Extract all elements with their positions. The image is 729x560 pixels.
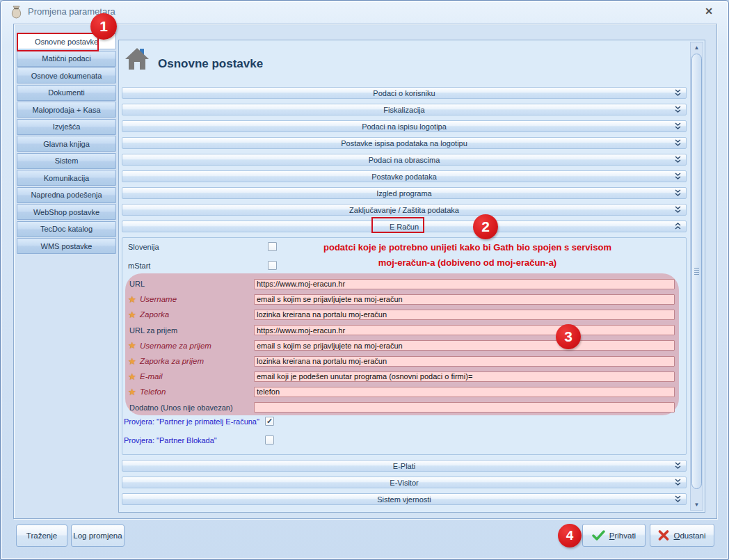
sidebar-tab-wms-postavke[interactable]: WMS postavke [17, 238, 116, 254]
url-input[interactable] [254, 279, 675, 289]
field-label-text: URL [128, 280, 145, 288]
sidebar-tabs: Osnovne postavkeMatični podaciOsnove dok… [17, 33, 116, 255]
field-row-username: ★Username [128, 291, 675, 307]
check-label: Provjera: "Partner Blokada" [124, 436, 217, 445]
field-label-text: E-mail [140, 372, 163, 381]
provjera-checkbox-1[interactable] [265, 435, 274, 445]
annotation-note-line1: podatci koje je potrebno unijeti kako bi… [270, 240, 665, 255]
section-bar-podaci-na-obrascima[interactable]: Podaci na obrascima [122, 154, 687, 166]
section-bar-sistem-vjernosti[interactable]: Sistem vjernosti [122, 493, 687, 505]
sidebar-tab-tecdoc-katalog[interactable]: TecDoc katalog [17, 221, 116, 237]
close-icon[interactable]: ✕ [703, 6, 714, 17]
field-label-telefon: ★Telefon [128, 387, 254, 397]
expand-chevron-icon[interactable] [673, 205, 684, 214]
section-bar-label: E-Plati [393, 462, 415, 470]
expand-chevron-icon[interactable] [673, 155, 684, 164]
field-label-text: Username [140, 295, 177, 303]
expand-chevron-icon[interactable] [673, 88, 684, 97]
zaporka-input[interactable] [254, 310, 675, 320]
field-label-username: ★Username [128, 294, 254, 305]
zaporka-za-prijem-input[interactable] [254, 356, 675, 367]
field-row-zaporka: ★Zaporka [128, 307, 675, 322]
sidebar-tab-komunikacija[interactable]: Komunikacija [17, 170, 116, 186]
check-label: Provjera: "Partner je primatelj E-računa… [124, 417, 259, 426]
section-bar-label: Podaci o korisniku [373, 89, 435, 97]
annotation-step-3: 3 [556, 324, 581, 349]
vertical-scrollbar[interactable]: ▲ ▼ [690, 42, 703, 511]
username-za-prijem-input[interactable] [254, 340, 675, 351]
sidebar-tab-sistem[interactable]: Sistem [17, 153, 116, 169]
field-label-url-za-prijem: URL za prijem [128, 326, 254, 335]
field-row-e-mail: ★E-mail [128, 369, 675, 384]
page-title: Osnovne postavke [158, 57, 263, 71]
field-row-url-za-prijem: URL za prijem [128, 323, 675, 338]
odustani-button[interactable]: Odustani [650, 524, 714, 547]
telefon-input[interactable] [254, 387, 675, 397]
section-bar-postavke-podataka[interactable]: Postavke podataka [122, 170, 687, 182]
collapse-chevron-icon[interactable] [673, 222, 684, 231]
field-row-url: URL [128, 276, 675, 291]
section-bar-podaci-o-korisniku[interactable]: Podaci o korisniku [122, 87, 687, 99]
url-za-prijem-input[interactable] [254, 325, 675, 335]
field-row-username-za-prijem: ★Username za prijem [128, 338, 675, 353]
scrollbar-thumb[interactable] [691, 54, 702, 489]
expand-chevron-icon[interactable] [673, 495, 684, 504]
section-bar-label: Podaci na obrascima [369, 156, 440, 164]
provjera-checkbox-0[interactable]: ✓ [265, 417, 274, 426]
section-bar-izgled-programa[interactable]: Izgled programa [122, 187, 687, 199]
field-label-text: URL za prijem [128, 326, 177, 335]
expand-chevron-icon[interactable] [673, 105, 684, 114]
section-bar-podaci-na-ispisu-logotipa[interactable]: Podaci na ispisu logotipa [122, 120, 687, 132]
trazenje-button[interactable]: Traženje [16, 525, 67, 547]
field-label-dodatno-unos-nije-obavezan: Dodatno (Unos nije obavezan) [128, 403, 254, 412]
username-input[interactable] [254, 294, 675, 305]
eracun-section-body: SlovenijamStart podatci koje je potrebno… [122, 237, 687, 455]
toggle-label: mStart [128, 262, 150, 270]
sidebar-tab-osnove-dokumenata[interactable]: Osnove dokumenata [17, 67, 116, 83]
sidebar-tab-dokumenti[interactable]: Dokumenti [17, 85, 116, 101]
odustani-label: Odustani [673, 531, 705, 540]
expand-chevron-icon[interactable] [673, 122, 684, 131]
eracun-credentials-panel: URL★Username★ZaporkaURL za prijem★Userna… [125, 273, 679, 415]
annotation-note: podatci koje je potrebno unijeti kako bi… [270, 240, 665, 271]
section-bar-e-visitor[interactable]: E-Visitor [122, 477, 687, 488]
sidebar-tab-glavna-knjiga[interactable]: Glavna knjiga [17, 136, 116, 152]
required-star-icon: ★ [128, 294, 140, 305]
prihvati-button[interactable]: Prihvati [582, 524, 646, 547]
sidebar-tab-maloprodaja-kasa[interactable]: Maloprodaja + Kasa [17, 102, 116, 118]
sidebar-tab-mati-ni-podaci[interactable]: Matični podaci [17, 51, 116, 67]
required-star-icon: ★ [128, 371, 140, 382]
section-bar-postavke-ispisa-podataka-na-logotipu[interactable]: Postavke ispisa podataka na logotipu [122, 137, 687, 149]
home-icon [125, 47, 150, 71]
field-label-username-za-prijem: ★Username za prijem [128, 340, 254, 351]
field-row-dodatno-unos-nije-obavezan: Dodatno (Unos nije obavezan) [128, 400, 675, 415]
section-bar-label: Fiskalizacija [383, 106, 424, 114]
field-label-zaporka: ★Zaporka [128, 310, 254, 320]
scrollbar-grip [694, 268, 699, 276]
required-star-icon: ★ [128, 310, 140, 320]
expand-chevron-icon[interactable] [673, 189, 684, 198]
section-bar-fiskalizacija[interactable]: Fiskalizacija [122, 104, 687, 115]
log-promjena-button[interactable]: Log promjena [71, 525, 125, 547]
scroll-down-icon[interactable]: ▼ [691, 499, 703, 510]
annotation-rect-step2 [371, 217, 424, 233]
section-bar-zaklju-avanje-za-tita-podataka[interactable]: Zaključavanje / Zaštita podataka [122, 204, 687, 216]
expand-chevron-icon[interactable] [673, 172, 684, 181]
sidebar-tab-izvje-a[interactable]: Izvješća [17, 119, 116, 135]
section-bar-e-plati[interactable]: E-Plati [122, 460, 687, 472]
content-header: Osnovne postavke [122, 42, 687, 87]
section-bar-label: Postavke ispisa podataka na logotipu [341, 139, 467, 147]
expand-chevron-icon[interactable] [673, 138, 684, 147]
expand-chevron-icon[interactable] [673, 478, 684, 487]
e-mail-input[interactable] [254, 371, 675, 382]
scroll-up-icon[interactable]: ▲ [691, 42, 703, 53]
field-label-text: Dodatno (Unos nije obavezan) [128, 403, 233, 412]
dodatno-unos-nije-obavezan-input[interactable] [254, 402, 675, 413]
required-star-icon: ★ [128, 387, 140, 397]
toggle-label: Slovenija [128, 243, 159, 251]
sidebar-tab-napredna-pode-enja[interactable]: Napredna podešenja [17, 187, 116, 203]
dialog-window: Promjena parametara ✕ Osnovne postavkeMa… [0, 0, 729, 560]
check-row-1: Provjera: "Partner Blokada" [124, 436, 217, 447]
sidebar-tab-webshop-postavke[interactable]: WebShop postavke [17, 204, 116, 220]
expand-chevron-icon[interactable] [673, 461, 684, 470]
